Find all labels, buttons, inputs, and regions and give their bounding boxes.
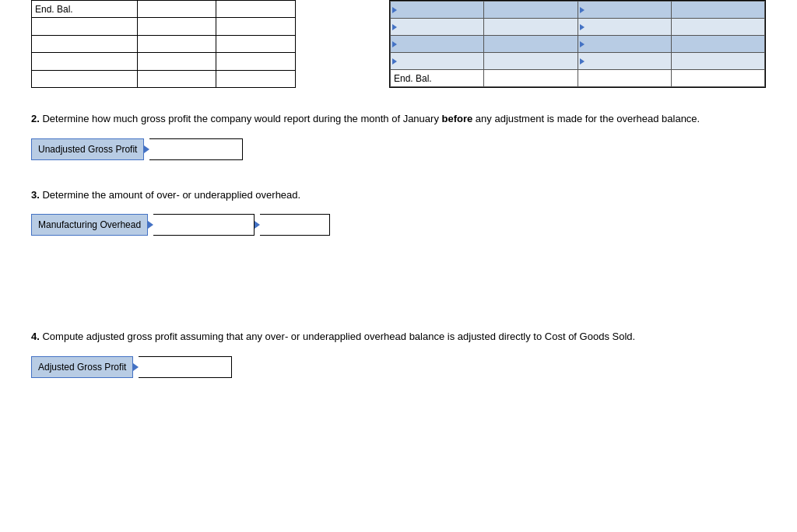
input-cell[interactable] bbox=[137, 53, 216, 70]
table-row bbox=[391, 19, 765, 36]
grid-cell[interactable] bbox=[671, 36, 764, 53]
manufacturing-overhead-label: Manufacturing Overhead bbox=[31, 214, 148, 236]
input-cell[interactable] bbox=[137, 35, 216, 52]
empty-cell bbox=[32, 35, 138, 52]
empty-cell bbox=[32, 70, 138, 87]
end-bal-label: End. Bal. bbox=[32, 1, 138, 18]
arrow-indicator bbox=[578, 19, 671, 35]
arrow-indicator bbox=[578, 53, 671, 69]
section-2-description: Determine how much gross profit the comp… bbox=[42, 113, 441, 124]
grid-cell[interactable] bbox=[671, 19, 764, 36]
section-3: 3. Determine the amount of over- or unde… bbox=[31, 187, 766, 236]
empty-cell bbox=[32, 53, 138, 70]
grid-cell[interactable] bbox=[484, 19, 578, 36]
grid-cell[interactable] bbox=[391, 53, 484, 70]
table-row bbox=[391, 2, 765, 19]
grid-cell[interactable] bbox=[578, 36, 671, 53]
table-row bbox=[391, 53, 765, 70]
manufacturing-overhead-row: Manufacturing Overhead bbox=[31, 214, 766, 236]
section-4-text: 4. Compute adjusted gross profit assumin… bbox=[31, 329, 766, 345]
table-row bbox=[32, 53, 296, 70]
adjusted-gross-profit-input[interactable] bbox=[139, 356, 232, 378]
arrow-indicator bbox=[391, 19, 483, 35]
table-row bbox=[32, 35, 296, 52]
section-2-text-after: any adjustment is made for the overhead … bbox=[472, 113, 700, 124]
grid-cell[interactable] bbox=[484, 70, 578, 87]
input-cell[interactable] bbox=[216, 1, 296, 18]
arrow-connector-icon-3 bbox=[133, 363, 139, 371]
table-row bbox=[32, 18, 296, 35]
input-cell[interactable] bbox=[137, 1, 216, 18]
input-cell[interactable] bbox=[216, 53, 296, 70]
section-4: 4. Compute adjusted gross profit assumin… bbox=[31, 329, 766, 378]
manufacturing-overhead-input-2[interactable] bbox=[260, 214, 330, 236]
grid-cell[interactable] bbox=[391, 19, 484, 36]
grid-cell[interactable] bbox=[391, 2, 484, 19]
input-cell[interactable] bbox=[137, 70, 216, 87]
grid-cell[interactable] bbox=[578, 70, 671, 87]
section-3-number: 3. bbox=[31, 189, 40, 201]
right-grid-area: End. Bal. bbox=[389, 0, 766, 88]
end-bal-row: End. Bal. bbox=[391, 70, 765, 87]
arrow-right-icon bbox=[392, 58, 397, 65]
right-grid-table: End. Bal. bbox=[390, 1, 765, 87]
grid-cell[interactable] bbox=[578, 2, 671, 19]
section-2-bold: before bbox=[442, 113, 473, 124]
empty-cell bbox=[32, 18, 138, 35]
table-row bbox=[32, 70, 296, 87]
grid-cell[interactable] bbox=[391, 36, 484, 53]
table-row: End. Bal. bbox=[32, 1, 296, 18]
page-container: End. Bal. bbox=[0, 0, 797, 532]
arrow-indicator bbox=[578, 2, 671, 18]
unadjusted-gross-profit-input[interactable] bbox=[149, 138, 243, 160]
top-table-section: End. Bal. bbox=[31, 0, 766, 88]
table-row bbox=[391, 36, 765, 53]
manufacturing-overhead-input-1[interactable] bbox=[153, 214, 255, 236]
end-bal-cell: End. Bal. bbox=[391, 70, 484, 87]
arrow-indicator bbox=[578, 36, 671, 52]
grid-cell[interactable] bbox=[671, 2, 764, 19]
arrow-indicator bbox=[391, 2, 483, 18]
grid-cell[interactable] bbox=[671, 53, 764, 70]
arrow-right-icon bbox=[580, 58, 585, 65]
section-3-text: 3. Determine the amount of over- or unde… bbox=[31, 187, 766, 203]
input-cell[interactable] bbox=[137, 18, 216, 35]
arrow-connector-icon bbox=[144, 145, 149, 153]
input-cell[interactable] bbox=[216, 70, 296, 87]
arrow-right-icon bbox=[392, 24, 397, 30]
adjusted-gross-profit-label: Adjusted Gross Profit bbox=[31, 356, 133, 378]
arrow-connector-icon-1 bbox=[148, 221, 153, 229]
arrow-connector-icon-2 bbox=[255, 221, 260, 229]
section-2-number: 2. bbox=[31, 113, 40, 124]
grid-cell[interactable] bbox=[578, 19, 671, 36]
arrow-right-icon bbox=[392, 7, 397, 13]
arrow-right-icon bbox=[580, 41, 585, 47]
arrow-right-icon bbox=[580, 7, 585, 13]
arrow-indicator bbox=[391, 36, 483, 52]
unadjusted-gross-profit-row: Unadjusted Gross Profit bbox=[31, 138, 766, 160]
left-ledger-table: End. Bal. bbox=[31, 0, 296, 88]
grid-cell[interactable] bbox=[671, 70, 764, 87]
arrow-right-icon bbox=[392, 41, 397, 47]
adjusted-gross-profit-row: Adjusted Gross Profit bbox=[31, 356, 766, 378]
end-bal-label: End. Bal. bbox=[394, 73, 432, 84]
input-cell[interactable] bbox=[216, 35, 296, 52]
arrow-right-icon bbox=[580, 24, 585, 30]
section-3-description: Determine the amount of over- or underap… bbox=[42, 189, 300, 201]
grid-cell[interactable] bbox=[484, 36, 578, 53]
grid-cell[interactable] bbox=[484, 2, 578, 19]
section-2-text: 2. Determine how much gross profit the c… bbox=[31, 111, 766, 127]
grid-cell[interactable] bbox=[484, 53, 578, 70]
grid-cell[interactable] bbox=[578, 53, 671, 70]
input-cell[interactable] bbox=[216, 18, 296, 35]
unadjusted-gross-profit-label: Unadjusted Gross Profit bbox=[31, 138, 144, 160]
section-2: 2. Determine how much gross profit the c… bbox=[31, 111, 766, 160]
arrow-indicator bbox=[391, 53, 483, 69]
section-4-description: Compute adjusted gross profit assuming t… bbox=[42, 331, 635, 342]
section-4-number: 4. bbox=[31, 331, 40, 342]
